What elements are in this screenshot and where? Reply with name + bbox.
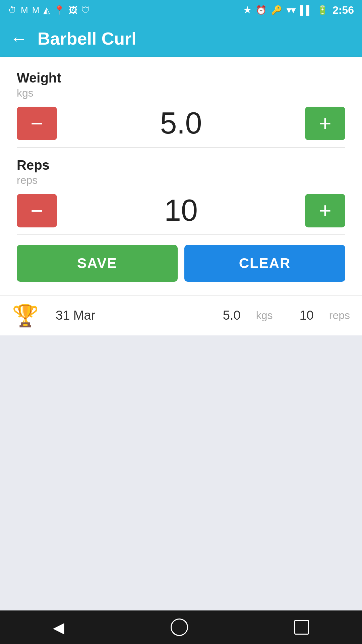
battery-icon: 🔋 <box>317 5 328 15</box>
weight-increment-button[interactable]: + <box>305 107 345 140</box>
signal-icon: ▌▌ <box>300 5 312 15</box>
vpn-icon: 🔑 <box>271 5 282 15</box>
weight-divider <box>17 147 345 148</box>
record-row: 🏆 31 Mar 5.0 kgs 10 reps <box>0 295 362 335</box>
empty-area <box>0 335 362 610</box>
bluetooth-icon: ★ <box>243 5 251 15</box>
location-icon: 📍 <box>54 5 65 15</box>
maps-icon: ◭ <box>43 5 50 15</box>
gmail2-icon: M <box>32 5 40 15</box>
main-card: Weight kgs − 5.0 + Reps reps − 10 + SAVE… <box>0 57 362 295</box>
weight-decrement-button[interactable]: − <box>17 107 57 140</box>
record-reps-value: 10 <box>299 308 313 323</box>
weight-value: 5.0 <box>57 106 305 141</box>
home-nav-button[interactable] <box>157 615 201 639</box>
weight-controls: − 5.0 + <box>17 106 345 141</box>
action-row: SAVE CLEAR <box>17 245 345 282</box>
nav-bar: ◀ <box>0 610 362 644</box>
back-nav-button[interactable]: ◀ <box>40 615 78 639</box>
trophy-icon: 🏆 <box>12 305 39 326</box>
status-bar: ⏱ M M ◭ 📍 🖼 🛡 ★ ⏰ 🔑 ▾▾ ▌▌ 🔋 2:56 <box>0 0 362 20</box>
back-button[interactable]: ← <box>10 30 27 47</box>
reps-decrement-button[interactable]: − <box>17 194 57 227</box>
weight-section: Weight kgs − 5.0 + <box>17 70 345 141</box>
status-time: 2:56 <box>333 4 354 16</box>
reps-increment-button[interactable]: + <box>305 194 345 227</box>
weight-label: Weight <box>17 70 345 86</box>
reps-section: Reps reps − 10 + <box>17 158 345 228</box>
page-title: Barbell Curl <box>38 29 136 49</box>
status-icons-right: ★ ⏰ 🔑 ▾▾ ▌▌ 🔋 2:56 <box>243 4 354 16</box>
recents-nav-button[interactable] <box>281 616 322 638</box>
reps-value: 10 <box>57 193 305 228</box>
status-icons-left: ⏱ M M ◭ 📍 🖼 🛡 <box>8 5 90 15</box>
reps-label: Reps <box>17 158 345 173</box>
history-icon: ⏱ <box>8 5 17 15</box>
shield-icon: 🛡 <box>81 5 90 15</box>
reps-controls: − 10 + <box>17 193 345 228</box>
reps-unit: reps <box>17 174 345 186</box>
wifi-icon: ▾▾ <box>287 5 295 15</box>
gmail-icon: M <box>21 5 28 15</box>
clear-button[interactable]: CLEAR <box>184 245 345 282</box>
reps-divider <box>17 234 345 235</box>
photos-icon: 🖼 <box>69 5 77 15</box>
home-circle-icon <box>171 619 188 636</box>
recents-square-icon <box>294 620 309 635</box>
save-button[interactable]: SAVE <box>17 245 178 282</box>
record-reps-unit: reps <box>329 309 350 322</box>
record-date: 31 Mar <box>56 308 95 323</box>
record-weight-unit: kgs <box>256 309 273 322</box>
weight-unit: kgs <box>17 87 345 99</box>
top-bar: ← Barbell Curl <box>0 20 362 57</box>
alarm-icon: ⏰ <box>256 5 266 15</box>
record-weight-value: 5.0 <box>223 308 241 323</box>
